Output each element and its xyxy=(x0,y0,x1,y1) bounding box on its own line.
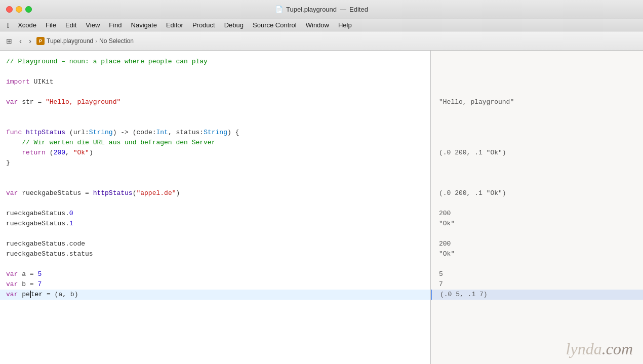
menu-bar:  Xcode File Edit View Find Navigate Edi… xyxy=(0,19,643,31)
code-line xyxy=(0,198,430,209)
code-line: rueckgabeStatus.code xyxy=(0,239,430,249)
result-value: (.0 200, .1 "Ok") xyxy=(439,148,506,158)
menu-navigate[interactable]: Navigate xyxy=(127,20,161,30)
result-line: (.0 200, .1 "Ok") xyxy=(431,148,643,158)
title-separator: — xyxy=(340,6,346,13)
breadcrumb: P Tupel.playground › No Selection xyxy=(36,37,134,45)
code-line xyxy=(0,310,430,320)
result-value: 5 xyxy=(439,269,443,279)
result-line: "Hello, playground" xyxy=(431,97,643,107)
result-line: 5 xyxy=(431,269,643,279)
result-line xyxy=(431,57,643,67)
code-line: import UIKit xyxy=(0,77,430,87)
code-editor[interactable]: // Playground – noun: a place where peop… xyxy=(0,51,430,364)
result-value: (.0 5, .1 7) xyxy=(440,290,488,300)
title-status: Edited xyxy=(349,6,368,13)
code-line: var b = 7 xyxy=(0,279,430,290)
breadcrumb-file[interactable]: Tupel.playground xyxy=(47,37,93,45)
title-filename: Tupel.playground xyxy=(286,6,337,13)
menu-help[interactable]: Help xyxy=(334,20,356,30)
traffic-lights xyxy=(0,6,32,13)
minimize-button[interactable] xyxy=(16,6,22,13)
result-line xyxy=(431,117,643,128)
result-line: (.0 200, .1 "Ok") xyxy=(431,188,643,198)
results-panel: "Hello, playground" (.0 200, .1 "Ok") (.… xyxy=(430,51,643,364)
title-bar: 📄 Tupel.playground — Edited xyxy=(0,0,643,19)
result-line xyxy=(431,198,643,209)
sidebar-toggle-button[interactable]: ⊞ xyxy=(4,36,14,46)
result-value: "Hello, playground" xyxy=(439,97,514,107)
code-line xyxy=(0,117,430,128)
result-line: "Ok" xyxy=(431,249,643,259)
menu-apple[interactable]:  xyxy=(4,20,13,30)
result-line xyxy=(431,229,643,239)
result-line: 200 xyxy=(431,239,643,249)
code-line xyxy=(0,107,430,117)
menu-find[interactable]: Find xyxy=(105,20,126,30)
code-line: rueckgabeStatus.status xyxy=(0,249,430,259)
menu-product[interactable]: Product xyxy=(188,20,219,30)
code-line: // Wir werten die URL aus und befragen d… xyxy=(0,138,430,148)
result-line: 200 xyxy=(431,209,643,219)
result-line xyxy=(431,138,643,148)
toolbar: ⊞ ‹ › P Tupel.playground › No Selection xyxy=(0,31,643,51)
result-line: "Ok" xyxy=(431,219,643,229)
result-value: (.0 200, .1 "Ok") xyxy=(439,188,506,198)
result-line xyxy=(431,67,643,77)
result-line xyxy=(431,259,643,269)
result-value: 200 xyxy=(439,209,451,219)
code-line: rueckgabeStatus.1 xyxy=(0,219,430,229)
file-icon: P xyxy=(36,37,45,45)
result-line: 7 xyxy=(431,279,643,290)
code-line xyxy=(0,229,430,239)
menu-source-control[interactable]: Source Control xyxy=(249,20,301,30)
code-line: return (200, "Ok") xyxy=(0,148,430,158)
result-line xyxy=(431,178,643,188)
result-line xyxy=(431,77,643,87)
code-line: } xyxy=(0,158,430,168)
menu-window[interactable]: Window xyxy=(302,20,333,30)
result-value: 7 xyxy=(439,279,443,290)
code-line xyxy=(0,300,430,310)
maximize-button[interactable] xyxy=(25,6,32,13)
breadcrumb-selection[interactable]: No Selection xyxy=(99,37,134,45)
main-content: // Playground – noun: a place where peop… xyxy=(0,51,643,364)
breadcrumb-separator: › xyxy=(95,38,97,44)
code-line: // Playground – noun: a place where peop… xyxy=(0,57,430,67)
result-value: 200 xyxy=(439,239,451,249)
result-line xyxy=(431,128,643,138)
result-line xyxy=(431,158,643,168)
code-line: rueckgabeStatus.0 xyxy=(0,209,430,219)
menu-view[interactable]: View xyxy=(82,20,104,30)
code-line: var a = 5 xyxy=(0,269,430,279)
menu-debug[interactable]: Debug xyxy=(220,20,248,30)
result-line xyxy=(431,87,643,97)
code-line xyxy=(0,259,430,269)
result-value: "Ok" xyxy=(439,249,455,259)
back-button[interactable]: ‹ xyxy=(17,35,24,46)
code-line: func httpStatus (url:String) -> (code:In… xyxy=(0,128,430,138)
menu-xcode[interactable]: Xcode xyxy=(14,20,41,30)
code-line xyxy=(0,87,430,97)
menu-editor[interactable]: Editor xyxy=(162,20,187,30)
window-title: 📄 Tupel.playground — Edited xyxy=(275,6,368,13)
lynda-watermark: lynda.com xyxy=(566,344,633,354)
code-line xyxy=(0,67,430,77)
result-line xyxy=(431,107,643,117)
code-line xyxy=(0,168,430,178)
close-button[interactable] xyxy=(6,6,13,13)
code-line: var str = "Hello, playground" xyxy=(0,97,430,107)
lynda-text: lynda.com xyxy=(566,340,633,358)
result-line-highlighted: (.0 5, .1 7) xyxy=(431,290,643,300)
code-line: var rueckgabeStatus = httpStatus("appel.… xyxy=(0,188,430,198)
title-icon: 📄 xyxy=(275,6,283,13)
forward-button[interactable]: › xyxy=(27,35,33,46)
code-line xyxy=(0,178,430,188)
menu-file[interactable]: File xyxy=(42,20,60,30)
menu-edit[interactable]: Edit xyxy=(61,20,81,30)
result-value: "Ok" xyxy=(439,219,455,229)
code-line-cursor[interactable]: var peter = (a, b) xyxy=(0,290,430,300)
result-line xyxy=(431,168,643,178)
